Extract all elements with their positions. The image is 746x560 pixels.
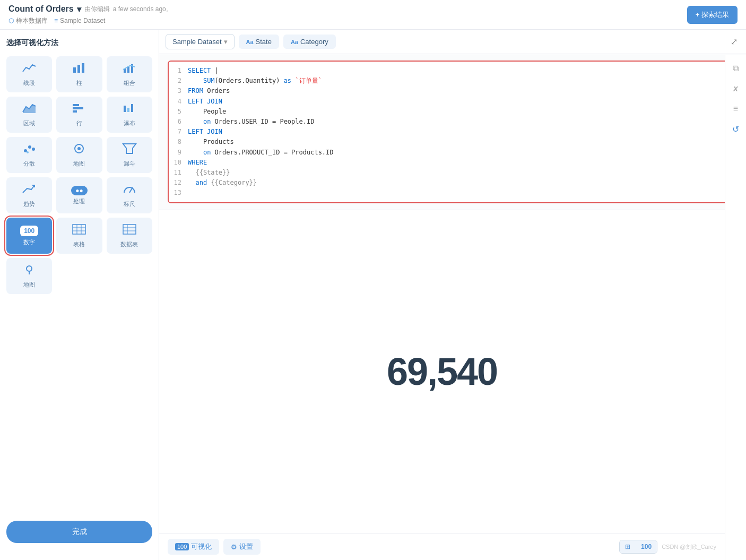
display-toggle: ⊞ 100 [619,540,657,554]
svg-point-14 [28,145,31,149]
scatter-icon [22,143,37,158]
settings-tab[interactable]: ⚙ 设置 [223,539,261,555]
sql-line-6: 6 on Orders.USER_ID = People.ID [173,117,732,127]
svg-point-15 [32,148,35,151]
filter-label-category: Category [300,38,328,46]
viz-tab[interactable]: 100 可视化 [168,539,219,555]
dataset-label: ≡ Sample Dataset [54,17,105,24]
sidebar: 选择可视化方法 线段 柱 组合 [0,30,159,560]
viz-item-row[interactable]: 行 [56,97,102,133]
viz-label-funnel: 漏斗 [124,160,135,168]
db-label: ⬡ 样本数据库 [8,16,48,25]
number-display-btn[interactable]: 100 [636,540,657,553]
viz-item-funnel[interactable]: 漏斗 [107,137,152,173]
dataset-tab-label: Sample Dataset [172,38,222,46]
bottom-tabs: 100 可视化 ⚙ 设置 [168,539,261,555]
svg-point-13 [24,149,27,152]
viz-item-combo[interactable]: 组合 [107,56,152,92]
sidebar-footer: 完成 [6,512,152,552]
viz-label-waterfall: 瀑布 [124,119,135,127]
viz-label-pivot: 数据表 [120,240,138,248]
filter-tab-state[interactable]: Aa State [239,35,279,49]
viz-label-combo: 组合 [124,79,135,87]
filter-label-state: State [256,38,272,46]
svg-rect-7 [73,104,79,106]
viz-label-line: 线段 [23,79,35,87]
svg-line-20 [129,187,133,193]
viz-label-row: 行 [76,119,82,127]
number-icon: 100 [20,226,38,236]
viz-item-bar[interactable]: 柱 [56,56,102,92]
sql-line-5: 5 People [173,107,732,117]
page-title: Count of Orders [8,4,74,14]
table-display-btn[interactable]: ⊞ [620,540,636,553]
filter-tab-category[interactable]: Aa Category [283,35,336,49]
trend-icon [22,183,37,198]
viz-item-gauge[interactable]: 标尺 [107,177,152,213]
dataset-tab[interactable]: Sample Dataset ▾ [166,34,235,49]
bottom-bar: 100 可视化 ⚙ 设置 ⊞ 100 CSDN @刘欣_Carey [159,533,725,560]
expand-icon[interactable]: ⤢ [728,35,740,49]
main-layout: 选择可视化方法 线段 柱 组合 [0,30,746,560]
explore-button[interactable]: + 探索结果 [687,6,738,24]
header-left: Count of Orders ▾ 由你编辑 a few seconds ago… [8,4,172,25]
viz-item-map[interactable]: 地图 [6,258,52,294]
viz-item-table[interactable]: 表格 [56,218,102,254]
filter-aa-state: Aa [246,39,254,45]
viz-tab-label: 可视化 [191,542,212,552]
viz-label-area: 区域 [23,119,35,127]
done-button[interactable]: 完成 [6,521,152,543]
svg-rect-0 [73,67,76,73]
pivot-icon [122,223,137,238]
sql-box[interactable]: 1 SELECT | 2 SUM(Orders.Quantity) as `订单… [168,61,738,203]
line-icon [22,62,37,77]
svg-rect-2 [82,63,84,73]
format-icon[interactable]: ≡ [731,102,740,116]
row-icon [72,102,86,117]
svg-marker-19 [123,144,136,153]
subtitle-author: 由你编辑 [84,5,110,14]
viz-item-number[interactable]: 100 数字 [6,218,52,254]
watermark: CSDN @刘欣_Carey [662,543,716,551]
svg-point-30 [27,266,32,271]
viz-label-map2: 地图 [73,160,85,168]
bar-icon [72,62,86,77]
viz-label-gauge: 标尺 [124,200,135,208]
svg-rect-12 [131,104,133,112]
app-header: Count of Orders ▾ 由你编辑 a few seconds ago… [0,0,746,30]
viz-display: 69,540 [159,210,725,533]
sql-line-7: 7 LEFT JOIN [173,127,732,137]
gauge-icon [122,183,137,198]
viz-label-process: 处理 [73,197,85,205]
sql-editor-area: 1 SELECT | 2 SUM(Orders.Quantity) as `订单… [159,54,746,210]
viz-item-scatter[interactable]: 分散 [6,137,52,173]
header-subtitle: ⬡ 样本数据库 ≡ Sample Dataset [8,16,172,25]
viz-item-pivot[interactable]: 数据表 [107,218,152,254]
refresh-icon[interactable]: ↺ [730,122,741,136]
svg-point-18 [77,147,81,150]
copy-icon[interactable]: ⧉ [731,62,741,75]
viz-label-trend: 趋势 [23,200,35,208]
sql-line-9: 9 on Orders.PRODUCT_ID = Products.ID [173,148,732,158]
sidebar-title: 选择可视化方法 [6,38,152,48]
viz-item-trend[interactable]: 趋势 [6,177,52,213]
settings-tab-label: 设置 [239,542,253,552]
viz-item-process[interactable]: ●● 处理 [56,177,102,213]
waterfall-icon [122,102,137,117]
viz-label-bar: 柱 [76,79,82,87]
variable-icon[interactable]: x [731,82,740,96]
sql-line-12: 12 and {{Category}} [173,178,732,188]
viz-label-map: 地图 [23,281,35,289]
viz-grid: 线段 柱 组合 区域 [6,56,152,294]
area-icon [22,102,37,117]
svg-rect-26 [123,225,136,234]
title-chevron[interactable]: ▾ [77,4,81,14]
funnel-icon [122,143,137,158]
viz-item-map2[interactable]: 地图 [56,137,102,173]
viz-item-waterfall[interactable]: 瀑布 [107,97,152,133]
sql-line-13: 13 [173,188,732,198]
subtitle-time: a few seconds ago。 [113,5,172,14]
sql-line-1: 1 SELECT | [173,66,732,76]
viz-item-area[interactable]: 区域 [6,97,52,133]
viz-item-line[interactable]: 线段 [6,56,52,92]
